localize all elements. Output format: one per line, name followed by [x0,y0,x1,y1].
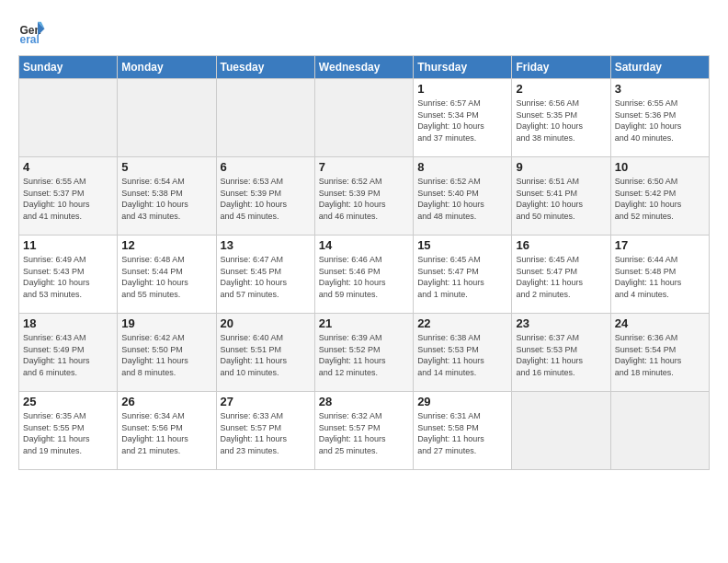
day-info: Sunrise: 6:40 AM Sunset: 5:51 PM Dayligh… [221,332,311,378]
calendar-cell: 19Sunrise: 6:42 AM Sunset: 5:50 PM Dayli… [118,314,216,392]
day-number: 28 [319,395,409,408]
day-info: Sunrise: 6:57 AM Sunset: 5:34 PM Dayligh… [417,98,507,144]
calendar-cell: 13Sunrise: 6:47 AM Sunset: 5:45 PM Dayli… [216,236,314,314]
calendar-cell [314,79,413,157]
calendar-cell: 14Sunrise: 6:46 AM Sunset: 5:46 PM Dayli… [314,236,413,314]
calendar-table: SundayMondayTuesdayWednesdayThursdayFrid… [18,55,710,470]
day-number: 22 [417,316,507,330]
day-number: 14 [319,238,409,252]
day-number: 7 [319,160,409,174]
day-info: Sunrise: 6:37 AM Sunset: 5:53 PM Dayligh… [516,332,606,378]
day-number: 16 [516,238,606,252]
day-info: Sunrise: 6:49 AM Sunset: 5:43 PM Dayligh… [23,254,113,300]
day-info: Sunrise: 6:52 AM Sunset: 5:39 PM Dayligh… [319,176,409,222]
day-number: 9 [516,160,606,174]
day-number: 15 [417,238,507,252]
calendar-cell [118,79,216,157]
day-info: Sunrise: 6:53 AM Sunset: 5:39 PM Dayligh… [221,176,311,222]
day-number: 5 [121,160,211,174]
calendar-cell: 26Sunrise: 6:34 AM Sunset: 5:56 PM Dayli… [118,392,216,470]
calendar-cell: 8Sunrise: 6:52 AM Sunset: 5:40 PM Daylig… [414,157,512,236]
calendar-cell: 27Sunrise: 6:33 AM Sunset: 5:57 PM Dayli… [216,392,314,470]
day-number: 11 [23,238,113,252]
calendar-cell: 5Sunrise: 6:54 AM Sunset: 5:38 PM Daylig… [118,157,216,236]
calendar-cell: 20Sunrise: 6:40 AM Sunset: 5:51 PM Dayli… [216,314,314,392]
calendar-cell: 18Sunrise: 6:43 AM Sunset: 5:49 PM Dayli… [19,314,118,392]
day-number: 17 [615,238,705,252]
calendar-cell: 16Sunrise: 6:45 AM Sunset: 5:47 PM Dayli… [512,236,610,314]
day-number: 24 [615,316,705,330]
day-number: 20 [221,316,311,330]
day-info: Sunrise: 6:35 AM Sunset: 5:55 PM Dayligh… [23,410,113,456]
day-number: 25 [23,395,113,408]
calendar-cell: 21Sunrise: 6:39 AM Sunset: 5:52 PM Dayli… [314,314,413,392]
day-number: 18 [23,316,113,330]
calendar-cell: 10Sunrise: 6:50 AM Sunset: 5:42 PM Dayli… [610,157,709,236]
weekday-header: Sunday [19,56,118,79]
day-info: Sunrise: 6:32 AM Sunset: 5:57 PM Dayligh… [319,410,409,456]
weekday-header: Tuesday [216,56,314,79]
day-info: Sunrise: 6:36 AM Sunset: 5:54 PM Dayligh… [615,332,705,378]
day-number: 8 [417,160,507,174]
day-number: 6 [221,160,311,174]
weekday-header: Friday [512,56,610,79]
day-number: 13 [221,238,311,252]
calendar-cell [512,392,610,470]
day-number: 1 [417,82,507,96]
calendar-cell: 4Sunrise: 6:55 AM Sunset: 5:37 PM Daylig… [19,157,118,236]
day-info: Sunrise: 6:55 AM Sunset: 5:37 PM Dayligh… [23,176,113,222]
day-info: Sunrise: 6:43 AM Sunset: 5:49 PM Dayligh… [23,332,113,378]
logo: Gen eral [18,18,50,46]
day-info: Sunrise: 6:56 AM Sunset: 5:35 PM Dayligh… [516,98,606,144]
day-number: 19 [121,316,211,330]
calendar-cell: 25Sunrise: 6:35 AM Sunset: 5:55 PM Dayli… [19,392,118,470]
day-info: Sunrise: 6:44 AM Sunset: 5:48 PM Dayligh… [615,254,705,300]
calendar-cell [216,79,314,157]
day-info: Sunrise: 6:48 AM Sunset: 5:44 PM Dayligh… [121,254,211,300]
day-info: Sunrise: 6:45 AM Sunset: 5:47 PM Dayligh… [417,254,507,300]
logo-icon: Gen eral [18,18,46,46]
day-info: Sunrise: 6:46 AM Sunset: 5:46 PM Dayligh… [319,254,409,300]
calendar-cell: 22Sunrise: 6:38 AM Sunset: 5:53 PM Dayli… [414,314,512,392]
day-number: 2 [516,82,606,96]
day-number: 12 [121,238,211,252]
calendar-cell: 28Sunrise: 6:32 AM Sunset: 5:57 PM Dayli… [314,392,413,470]
calendar-cell: 3Sunrise: 6:55 AM Sunset: 5:36 PM Daylig… [610,79,709,157]
day-info: Sunrise: 6:54 AM Sunset: 5:38 PM Dayligh… [121,176,211,222]
day-info: Sunrise: 6:47 AM Sunset: 5:45 PM Dayligh… [221,254,311,300]
calendar-cell: 29Sunrise: 6:31 AM Sunset: 5:58 PM Dayli… [414,392,512,470]
calendar-cell: 15Sunrise: 6:45 AM Sunset: 5:47 PM Dayli… [414,236,512,314]
day-info: Sunrise: 6:52 AM Sunset: 5:40 PM Dayligh… [417,176,507,222]
day-info: Sunrise: 6:33 AM Sunset: 5:57 PM Dayligh… [221,410,311,456]
calendar-cell: 7Sunrise: 6:52 AM Sunset: 5:39 PM Daylig… [314,157,413,236]
day-info: Sunrise: 6:31 AM Sunset: 5:58 PM Dayligh… [417,410,507,456]
weekday-header: Wednesday [314,56,413,79]
calendar-cell: 12Sunrise: 6:48 AM Sunset: 5:44 PM Dayli… [118,236,216,314]
calendar-cell: 1Sunrise: 6:57 AM Sunset: 5:34 PM Daylig… [414,79,512,157]
day-number: 26 [121,395,211,408]
day-info: Sunrise: 6:51 AM Sunset: 5:41 PM Dayligh… [516,176,606,222]
calendar-cell: 6Sunrise: 6:53 AM Sunset: 5:39 PM Daylig… [216,157,314,236]
day-info: Sunrise: 6:45 AM Sunset: 5:47 PM Dayligh… [516,254,606,300]
day-number: 10 [615,160,705,174]
calendar-cell: 9Sunrise: 6:51 AM Sunset: 5:41 PM Daylig… [512,157,610,236]
day-number: 4 [23,160,113,174]
day-info: Sunrise: 6:34 AM Sunset: 5:56 PM Dayligh… [121,410,211,456]
calendar-cell: 11Sunrise: 6:49 AM Sunset: 5:43 PM Dayli… [19,236,118,314]
day-number: 27 [221,395,311,408]
day-number: 21 [319,316,409,330]
calendar-cell [19,79,118,157]
calendar-cell: 23Sunrise: 6:37 AM Sunset: 5:53 PM Dayli… [512,314,610,392]
day-info: Sunrise: 6:38 AM Sunset: 5:53 PM Dayligh… [417,332,507,378]
weekday-header: Monday [118,56,216,79]
day-info: Sunrise: 6:42 AM Sunset: 5:50 PM Dayligh… [121,332,211,378]
calendar-cell: 17Sunrise: 6:44 AM Sunset: 5:48 PM Dayli… [610,236,709,314]
page-header: Gen eral [18,18,710,46]
day-number: 3 [615,82,705,96]
day-number: 29 [417,395,507,408]
day-info: Sunrise: 6:39 AM Sunset: 5:52 PM Dayligh… [319,332,409,378]
day-info: Sunrise: 6:50 AM Sunset: 5:42 PM Dayligh… [615,176,705,222]
calendar-cell: 2Sunrise: 6:56 AM Sunset: 5:35 PM Daylig… [512,79,610,157]
calendar-cell [610,392,709,470]
weekday-header: Saturday [610,56,709,79]
